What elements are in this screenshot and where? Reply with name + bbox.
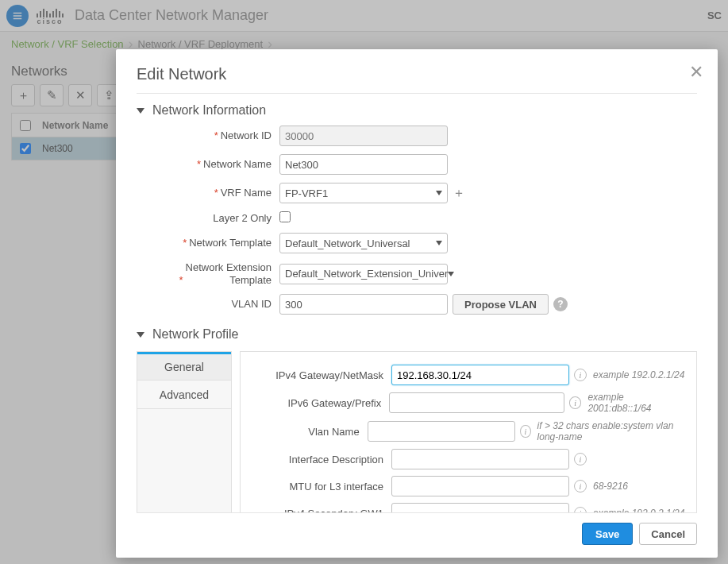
network-name-input[interactable] bbox=[279, 154, 448, 175]
close-icon[interactable]: ✕ bbox=[689, 62, 703, 83]
info-icon[interactable]: i bbox=[569, 396, 582, 409]
info-icon[interactable]: i bbox=[574, 480, 587, 493]
tab-general[interactable]: General bbox=[137, 352, 231, 381]
layer2-only-checkbox[interactable] bbox=[279, 211, 291, 222]
modal-title: Edit Network bbox=[137, 65, 697, 83]
info-icon[interactable]: i bbox=[574, 453, 587, 465]
profile-tabs: General Advanced bbox=[137, 351, 232, 512]
caret-down-icon bbox=[137, 108, 144, 114]
vlan-id-input[interactable] bbox=[279, 294, 448, 315]
network-extension-template-dropdown[interactable]: Default_Network_Extension_Univer bbox=[279, 264, 448, 284]
add-vrf-icon[interactable]: ＋ bbox=[453, 185, 465, 202]
info-icon[interactable]: i bbox=[574, 369, 587, 381]
help-icon[interactable]: ? bbox=[553, 297, 568, 311]
profile-form: IPv4 Gateway/NetMask i example 192.0.2.1… bbox=[240, 351, 697, 512]
network-template-dropdown[interactable]: Default_Network_Universal bbox=[279, 233, 448, 253]
edit-network-modal: Edit Network ✕ Network Information *Netw… bbox=[116, 49, 718, 558]
network-id-input bbox=[279, 126, 448, 146]
interface-description-input[interactable] bbox=[391, 449, 569, 469]
info-icon[interactable]: i bbox=[574, 507, 587, 512]
mtu-input[interactable] bbox=[391, 476, 569, 496]
section-network-profile[interactable]: Network Profile bbox=[137, 327, 697, 342]
info-icon[interactable]: i bbox=[520, 425, 531, 438]
cancel-button[interactable]: Cancel bbox=[639, 523, 697, 545]
ipv4-gateway-input[interactable] bbox=[391, 365, 569, 385]
chevron-down-icon bbox=[436, 241, 442, 245]
ipv6-gateway-input[interactable] bbox=[389, 392, 564, 413]
vlan-name-input[interactable] bbox=[368, 421, 515, 442]
modal-footer: Save Cancel bbox=[137, 512, 697, 545]
chevron-down-icon bbox=[436, 191, 442, 195]
propose-vlan-button[interactable]: Propose VLAN bbox=[453, 294, 549, 315]
save-button[interactable]: Save bbox=[582, 523, 633, 545]
vrf-name-dropdown[interactable]: FP-VRF1 bbox=[279, 183, 448, 203]
tab-advanced[interactable]: Advanced bbox=[137, 381, 231, 409]
caret-down-icon bbox=[137, 332, 144, 338]
chevron-down-icon bbox=[448, 272, 454, 276]
ipv4-secondary-gw1-input[interactable] bbox=[391, 503, 569, 512]
section-network-information[interactable]: Network Information bbox=[137, 103, 697, 118]
